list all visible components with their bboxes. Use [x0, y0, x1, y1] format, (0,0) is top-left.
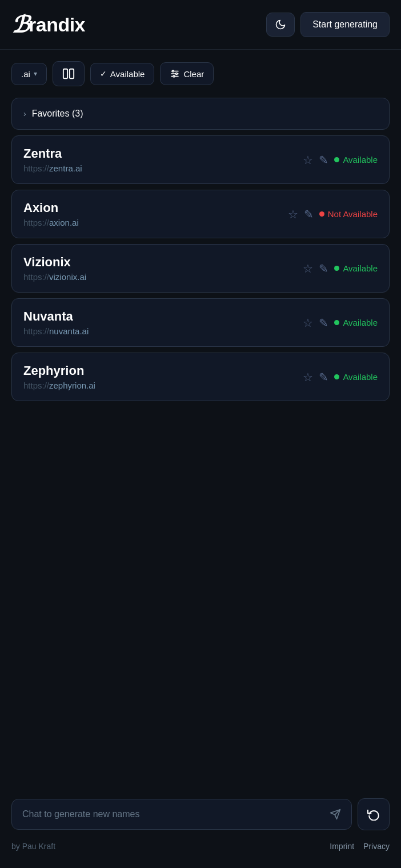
status-dot — [334, 266, 339, 271]
name-info-vizionix: Vizionix https://vizionix.ai — [23, 255, 86, 282]
privacy-link[interactable]: Privacy — [363, 842, 390, 851]
url-domain: zentra.ai — [49, 163, 82, 173]
status-badge: Not Available — [319, 209, 378, 219]
available-filter-button[interactable]: ✓ Available — [90, 63, 155, 85]
footer: by Pau Kraft Imprint Privacy — [0, 836, 401, 868]
tld-label: .ai — [21, 69, 30, 79]
name-title: Zentra — [23, 146, 82, 161]
chevron-down-icon: ▾ — [34, 70, 37, 78]
status-badge: Available — [334, 372, 378, 382]
name-info-zephyrion: Zephyrion https://zephyrion.ai — [23, 363, 95, 390]
star-icon[interactable]: ☆ — [303, 370, 313, 384]
name-title: Axion — [23, 201, 79, 215]
header: ℬrandix Start generating — [0, 0, 401, 50]
edit-icon[interactable]: ✎ — [304, 207, 314, 221]
send-icon — [330, 809, 341, 820]
status-text: Available — [343, 263, 378, 273]
svg-point-6 — [176, 73, 178, 75]
name-card-zephyrion[interactable]: Zephyrion https://zephyrion.ai ☆ ✎ Avail… — [11, 353, 390, 401]
name-title: Vizionix — [23, 255, 86, 270]
name-info-nuvanta: Nuvanta https://nuvanta.ai — [23, 309, 89, 336]
name-actions-nuvanta: ☆ ✎ Available — [303, 316, 378, 330]
star-icon[interactable]: ☆ — [303, 153, 313, 167]
name-url: https://vizionix.ai — [23, 272, 86, 282]
svg-point-5 — [173, 70, 174, 72]
name-title: Zephyrion — [23, 363, 95, 378]
compare-button[interactable] — [53, 61, 85, 86]
name-url: https://nuvanta.ai — [23, 326, 89, 336]
compare-icon — [62, 67, 75, 80]
check-icon: ✓ — [100, 69, 107, 78]
footer-links: Imprint Privacy — [330, 842, 390, 851]
url-protocol: https:// — [23, 218, 49, 227]
status-badge: Available — [334, 155, 378, 165]
status-text: Available — [343, 372, 378, 382]
clear-label: Clear — [183, 69, 204, 79]
edit-icon[interactable]: ✎ — [319, 370, 328, 384]
bottom-bar: Chat to generate new names — [0, 789, 401, 836]
name-actions-axion: ☆ ✎ Not Available — [288, 207, 378, 221]
star-icon[interactable]: ☆ — [303, 316, 313, 330]
status-text: Not Available — [328, 209, 378, 219]
clear-filter-button[interactable]: Clear — [160, 62, 214, 85]
name-actions-zephyrion: ☆ ✎ Available — [303, 370, 378, 384]
header-actions: Start generating — [266, 12, 390, 37]
url-protocol: https:// — [23, 326, 49, 336]
url-protocol: https:// — [23, 163, 49, 173]
edit-icon[interactable]: ✎ — [319, 153, 328, 167]
chat-input-wrapper[interactable]: Chat to generate new names — [11, 799, 352, 830]
svg-rect-1 — [70, 69, 74, 79]
status-dot — [334, 157, 339, 162]
name-info-axion: Axion https://axion.ai — [23, 201, 79, 227]
logo-text: randix — [29, 14, 85, 36]
name-card-nuvanta[interactable]: Nuvanta https://nuvanta.ai ☆ ✎ Available — [11, 298, 390, 347]
sliders-icon — [170, 69, 180, 79]
url-protocol: https:// — [23, 381, 49, 390]
moon-icon — [275, 19, 286, 30]
url-domain: vizionix.ai — [49, 272, 86, 282]
status-dot — [334, 320, 339, 325]
name-url: https://zephyrion.ai — [23, 381, 95, 390]
edit-icon[interactable]: ✎ — [319, 262, 328, 275]
start-generating-button[interactable]: Start generating — [300, 12, 390, 37]
url-protocol: https:// — [23, 272, 49, 282]
app-logo: ℬrandix — [11, 11, 85, 38]
name-actions-vizionix: ☆ ✎ Available — [303, 262, 378, 275]
refresh-icon — [367, 808, 380, 821]
status-dot — [319, 211, 324, 217]
logo-b-letter: ℬ — [11, 11, 29, 38]
name-url: https://zentra.ai — [23, 163, 82, 173]
filters-bar: .ai ▾ ✓ Available Clear — [0, 50, 401, 92]
name-card-axion[interactable]: Axion https://axion.ai ☆ ✎ Not Available — [11, 190, 390, 238]
favorites-row[interactable]: › Favorites (3) — [11, 98, 390, 130]
name-actions-zentra: ☆ ✎ Available — [303, 153, 378, 167]
spacer — [11, 407, 390, 783]
name-url: https://axion.ai — [23, 218, 79, 227]
status-text: Available — [343, 155, 378, 165]
status-badge: Available — [334, 263, 378, 273]
name-info-zentra: Zentra https://zentra.ai — [23, 146, 82, 173]
status-badge: Available — [334, 318, 378, 327]
name-card-vizionix[interactable]: Vizionix https://vizionix.ai ☆ ✎ Availab… — [11, 244, 390, 293]
star-icon[interactable]: ☆ — [303, 262, 313, 275]
name-title: Nuvanta — [23, 309, 89, 324]
favorites-label: Favorites (3) — [32, 109, 83, 119]
name-card-zentra[interactable]: Zentra https://zentra.ai ☆ ✎ Available — [11, 135, 390, 184]
dark-mode-button[interactable] — [266, 13, 295, 37]
edit-icon[interactable]: ✎ — [319, 316, 328, 330]
status-dot — [334, 374, 339, 379]
content-area: › Favorites (3) Zentra https://zentra.ai… — [0, 92, 401, 789]
url-domain: nuvanta.ai — [49, 326, 89, 336]
available-label: Available — [110, 69, 145, 79]
tld-filter-button[interactable]: .ai ▾ — [11, 63, 47, 85]
status-text: Available — [343, 318, 378, 327]
star-icon[interactable]: ☆ — [288, 207, 298, 221]
refresh-button[interactable] — [358, 798, 390, 830]
url-domain: axion.ai — [49, 218, 79, 227]
chevron-right-icon: › — [23, 109, 26, 118]
imprint-link[interactable]: Imprint — [330, 842, 354, 851]
svg-rect-0 — [63, 69, 67, 79]
chat-input-placeholder: Chat to generate new names — [22, 809, 324, 819]
svg-point-7 — [173, 75, 175, 77]
footer-by-label: by Pau Kraft — [11, 842, 55, 851]
